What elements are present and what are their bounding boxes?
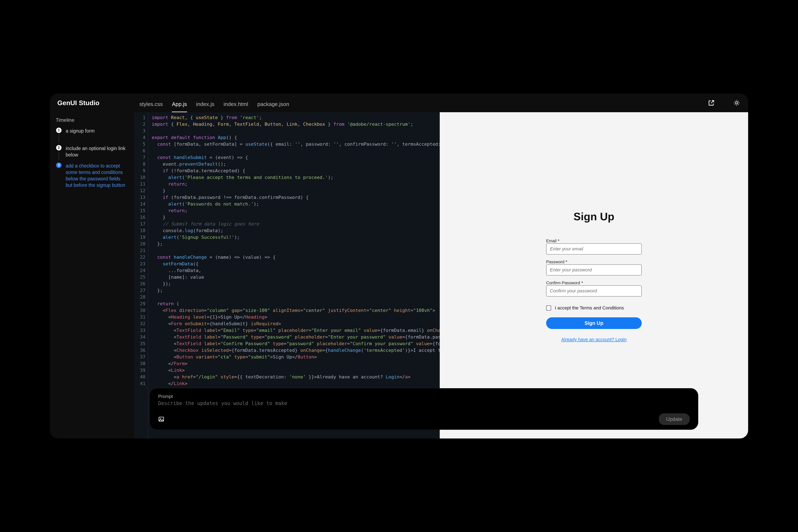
brand: GenUI Studio xyxy=(57,99,99,107)
terms-label: I accept the Terms and Conditions xyxy=(555,305,624,311)
preview-title: Sign Up xyxy=(574,210,614,223)
update-button[interactable]: Update xyxy=(659,413,690,425)
timeline-item-label: add a checkbox to accept some terms and … xyxy=(66,163,128,189)
signup-form: Email* Password* Confirm Password* xyxy=(546,239,642,342)
prompt-input[interactable] xyxy=(158,400,690,413)
svg-point-0 xyxy=(736,102,738,104)
login-link[interactable]: Already have an account? Login xyxy=(546,337,642,342)
theme-toggle-icon[interactable] xyxy=(733,99,741,107)
timeline-item-2[interactable]: 2include an optional login link below xyxy=(56,145,128,159)
confirm-password-field[interactable] xyxy=(546,285,642,297)
header: GenUI Studio styles.cssApp.jsindex.jsind… xyxy=(50,94,748,112)
signup-button[interactable]: Sign Up xyxy=(546,317,642,329)
svg-point-2 xyxy=(160,418,161,419)
sidebar: Timeline 1a signup form2include an optio… xyxy=(50,112,134,438)
tab-index-html[interactable]: index.html xyxy=(224,101,248,112)
timeline-item-3[interactable]: 3add a checkbox to accept some terms and… xyxy=(56,163,128,189)
email-label: Email* xyxy=(546,239,642,243)
timeline-item-1[interactable]: 1a signup form xyxy=(56,128,128,142)
email-field[interactable] xyxy=(546,243,642,254)
tab-app-js[interactable]: App.js xyxy=(172,101,187,112)
image-attach-icon[interactable] xyxy=(158,416,164,422)
confirm-password-label: Confirm Password* xyxy=(546,281,642,285)
timeline-item-label: a signup form xyxy=(66,128,95,142)
tab-index-js[interactable]: index.js xyxy=(196,101,214,112)
tab-package-json[interactable]: package.json xyxy=(257,101,289,112)
password-field[interactable] xyxy=(546,264,642,276)
share-icon[interactable] xyxy=(707,99,715,107)
file-tabs: styles.cssApp.jsindex.jsindex.htmlpackag… xyxy=(112,94,289,112)
terms-checkbox[interactable] xyxy=(546,305,551,310)
timeline-item-label: include an optional login link below xyxy=(66,145,128,159)
password-label: Password* xyxy=(546,260,642,264)
timeline-title: Timeline xyxy=(56,117,128,123)
prompt-bar: Prompt Update xyxy=(150,388,698,430)
prompt-label: Prompt xyxy=(158,394,690,399)
app-window: GenUI Studio styles.cssApp.jsindex.jsind… xyxy=(50,94,748,438)
tab-styles-css[interactable]: styles.css xyxy=(139,101,163,112)
